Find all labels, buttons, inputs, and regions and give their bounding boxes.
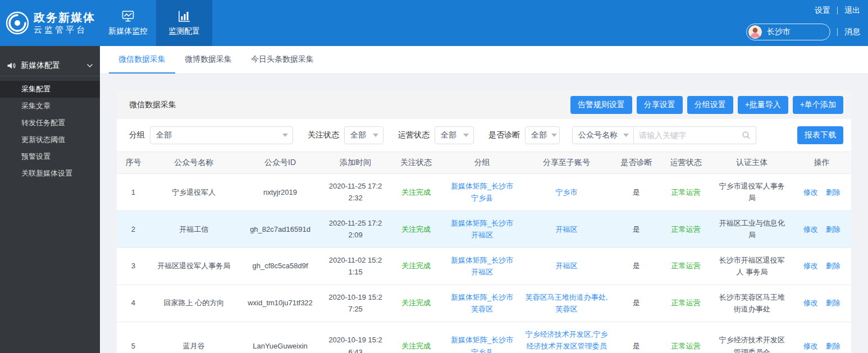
follow-status-value: 全部 — [350, 130, 366, 140]
tab-weibo-collection[interactable]: 微博数据采集 — [175, 46, 241, 74]
cell-name: 蓝月谷 — [150, 322, 238, 353]
single-add-button[interactable]: +单个添加 — [793, 96, 843, 114]
header-right: 设置 退出 长沙市 消息 — [746, 0, 868, 46]
modify-link[interactable]: 修改 — [803, 299, 818, 307]
keyword-search-combo: 公众号名称 — [572, 126, 756, 144]
operate-status-select[interactable]: 全部 — [435, 126, 474, 144]
keyword-input-box — [634, 126, 756, 144]
table-row: 3开福区退役军人事务局gh_cf8c5ca58d9f2020-11-02 15:… — [117, 247, 851, 285]
cell-time: 2020-10-19 15:26:43 — [322, 322, 389, 353]
search-field-select[interactable]: 公众号名称 — [572, 126, 634, 144]
cell-subject: 开福区工业与信息化局 — [711, 210, 792, 247]
search-field-value: 公众号名称 — [578, 130, 618, 140]
alert-rules-button[interactable]: 告警规则设置 — [570, 96, 632, 114]
cell-time: 2020-11-02 15:21:15 — [322, 247, 389, 285]
cell-no: 2 — [117, 210, 150, 247]
cell-group[interactable]: 新媒体矩阵_长沙市开福区 — [444, 210, 520, 247]
keyword-input[interactable] — [639, 131, 738, 140]
cell-actions: 修改删除 — [792, 247, 851, 285]
operate-status-value: 全部 — [441, 130, 456, 140]
cell-time: 2020-11-25 17:22:09 — [322, 210, 389, 247]
cell-name: 回家路上 心的方向 — [150, 285, 238, 322]
cell-name: 开福工信 — [150, 210, 238, 247]
table-row: 1宁乡退役军人nxtyjr20192020-11-25 17:22:32关注完成… — [117, 174, 851, 211]
data-source-tabs: 微信数据采集 微博数据采集 今日头条数据采集 — [100, 46, 868, 74]
group-select[interactable]: 全部 — [150, 126, 293, 144]
group-settings-button[interactable]: 分组设置 — [687, 96, 733, 114]
current-city-selector[interactable]: 长沙市 — [746, 24, 830, 40]
column-header: 分组 — [444, 152, 520, 174]
logout-link[interactable]: 退出 — [844, 6, 860, 16]
cell-operate: 正常运营 — [660, 322, 712, 353]
table-header-row: 序号公众号名称公众号ID添加时间关注状态分组分享至子账号是否诊断运营状态认证主体… — [117, 152, 851, 174]
nav-item-monitoring-config[interactable]: 监测配置 — [156, 0, 212, 46]
cell-actions: 修改删除 — [792, 210, 851, 247]
cell-name: 开福区退役军人事务局 — [150, 247, 238, 285]
modify-link[interactable]: 修改 — [803, 342, 818, 350]
cell-no: 5 — [117, 322, 150, 353]
caret-down-icon — [623, 134, 629, 137]
delete-link[interactable]: 删除 — [826, 299, 840, 307]
modify-link[interactable]: 修改 — [803, 225, 818, 233]
modify-link[interactable]: 修改 — [803, 262, 818, 270]
delete-link[interactable]: 删除 — [826, 225, 840, 233]
settings-link[interactable]: 设置 — [815, 6, 830, 16]
sidebar-item-update-status-threshold[interactable]: 更新状态阈值 — [0, 131, 100, 148]
sidebar-item-related-media-settings[interactable]: 关联新媒体设置 — [0, 165, 100, 182]
accounts-table: 序号公众号名称公众号ID添加时间关注状态分组分享至子账号是否诊断运营状态认证主体… — [117, 152, 851, 353]
delete-link[interactable]: 删除 — [826, 188, 840, 196]
search-icon[interactable] — [742, 131, 751, 140]
sidebar-item-collection-config[interactable]: 采集配置 — [0, 81, 100, 98]
cell-share[interactable]: 开福区 — [520, 247, 613, 285]
main-area: 新媒体配置 采集配置 采集文章 转发任务配置 更新状态阈值 预警设置 关联新媒体… — [0, 46, 868, 353]
cell-actions: 修改删除 — [792, 285, 851, 322]
cell-share[interactable]: 开福区 — [520, 210, 613, 247]
filter-row: 分组 全部 关注状态 全部 运营状态 全部 — [117, 119, 851, 152]
sidebar-item-collection-articles[interactable]: 采集文章 — [0, 98, 100, 114]
column-header: 是否诊断 — [613, 152, 660, 174]
sidebar-item-warning-settings[interactable]: 预警设置 — [0, 148, 100, 165]
cell-share[interactable]: 宁乡经济技术开发区,宁乡经济技术开发区管理委员会 — [520, 322, 613, 353]
app-root: 政务新媒体 云监管平台 新媒体监控 — [0, 0, 868, 353]
brand-subtitle: 云监管平台 — [34, 25, 95, 35]
media-config-icon — [7, 61, 16, 70]
column-header: 认证主体 — [711, 152, 792, 174]
batch-import-button[interactable]: +批量导入 — [738, 96, 788, 114]
table-row: 2开福工信gh_82c7ad16591d2020-11-25 17:22:09关… — [117, 210, 851, 247]
modify-link[interactable]: 修改 — [803, 188, 818, 196]
cell-operate: 正常运营 — [660, 210, 712, 247]
cell-operate: 正常运营 — [660, 247, 712, 285]
messages-link[interactable]: 消息 — [844, 27, 860, 37]
delete-link[interactable]: 删除 — [826, 262, 840, 270]
report-download-button[interactable]: 报表下载 — [797, 126, 843, 144]
cell-follow: 关注完成 — [389, 210, 444, 247]
cell-diagnose: 是 — [613, 285, 660, 322]
share-settings-button[interactable]: 分享设置 — [637, 96, 683, 114]
operate-status-label: 运营状态 — [398, 130, 430, 140]
tab-wechat-collection[interactable]: 微信数据采集 — [109, 46, 175, 74]
caret-down-icon — [282, 134, 288, 137]
sidebar-section-media-config[interactable]: 新媒体配置 — [0, 55, 100, 76]
cell-subject: 长沙市芙蓉区马王堆街道办事处 — [711, 285, 792, 322]
delete-link[interactable]: 删除 — [826, 342, 840, 350]
table-body: 1宁乡退役军人nxtyjr20192020-11-25 17:22:32关注完成… — [117, 174, 851, 353]
column-header: 关注状态 — [389, 152, 444, 174]
cell-share[interactable]: 宁乡市 — [520, 174, 613, 211]
cell-id: gh_cf8c5ca58d9f — [238, 247, 322, 285]
cell-follow: 关注完成 — [389, 322, 444, 353]
top-nav: 新媒体监控 监测配置 — [100, 0, 212, 46]
follow-status-select[interactable]: 全部 — [344, 126, 383, 144]
cell-time: 2020-10-19 15:27:25 — [322, 285, 389, 322]
tab-toutiao-collection[interactable]: 今日头条数据采集 — [241, 46, 323, 74]
sidebar-item-forward-task-config[interactable]: 转发任务配置 — [0, 114, 100, 131]
nav-item-media-monitoring[interactable]: 新媒体监控 — [100, 0, 156, 46]
cell-group[interactable]: 新媒体矩阵_长沙市开福区 — [444, 247, 520, 285]
cell-no: 1 — [117, 174, 150, 211]
cell-group[interactable]: 新媒体矩阵_长沙市宁乡县 — [444, 174, 520, 211]
cell-subject: 长沙市开福区退役军人 事务局 — [711, 247, 792, 285]
cell-operate: 正常运营 — [660, 285, 712, 322]
diagnose-select[interactable]: 全部 — [525, 126, 560, 144]
cell-group[interactable]: 新媒体矩阵_长沙市宁乡县 — [444, 322, 520, 353]
cell-share[interactable]: 芙蓉区马王堆街道办事处,芙蓉区 — [520, 285, 613, 322]
cell-group[interactable]: 新媒体矩阵_长沙市芙蓉区 — [444, 285, 520, 322]
